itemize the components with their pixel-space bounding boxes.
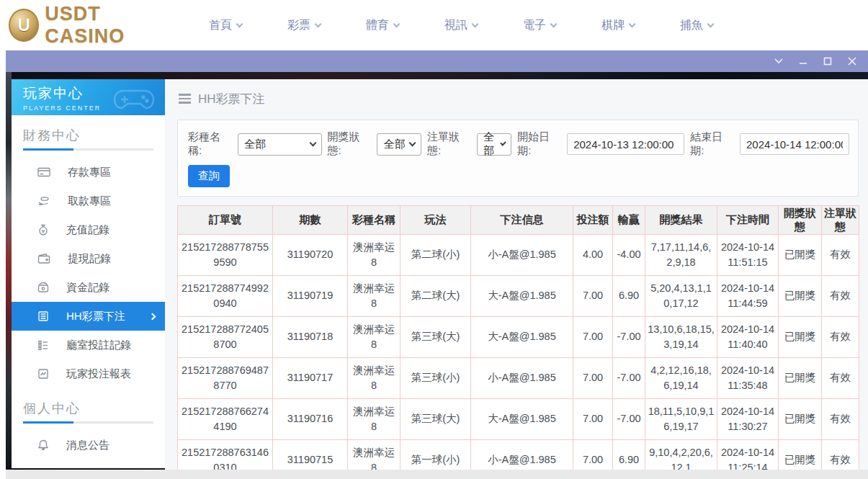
background-photo-strip <box>6 72 12 470</box>
ledger-icon <box>37 310 49 322</box>
chevron-down-icon <box>315 20 322 27</box>
table-cell: 4,2,12,16,18,6,19,14 <box>645 358 717 399</box>
purse-icon <box>37 282 49 293</box>
filter-panel: 彩種名稱: 全部 開獎狀態: 全部 注單狀態: 全部 開始日期: 結束日期: 查… <box>177 120 859 197</box>
table-cell: -7.00 <box>613 399 645 440</box>
table-cell: 2024-10-14 11:30:27 <box>717 399 779 440</box>
sidebar-item-player-bet-report[interactable]: 玩家投注報表 <box>12 359 165 388</box>
sidebar-item-funds-records[interactable]: 資金記錄 <box>12 273 165 302</box>
table-cell: 澳洲幸运8 <box>348 399 401 440</box>
chevron-down-icon <box>629 20 636 27</box>
table-cell: 已開獎 <box>779 358 822 399</box>
chevron-down-icon <box>550 20 558 27</box>
table-row: 215217288766274419031190716澳洲幸运8第三球(大)大-… <box>178 399 859 440</box>
column-header: 下注信息 <box>471 206 573 235</box>
wallet-icon <box>37 253 50 264</box>
table-cell: 第一球(小) <box>401 440 471 470</box>
table-cell: 2152172887694878770 <box>178 358 273 399</box>
nav-item-sports[interactable]: 體育 <box>366 18 399 33</box>
table-cell: 小-A盤@1.985 <box>471 440 573 470</box>
nav-item-fishing[interactable]: 捕魚 <box>680 18 713 33</box>
page-header: HH彩票下注 <box>165 79 868 118</box>
table-cell: 澳洲幸运8 <box>348 358 401 399</box>
report-icon <box>37 368 49 380</box>
table-row: 215217288769487877031190717澳洲幸运8第三球(小)小-… <box>178 358 859 399</box>
nav-item-video[interactable]: 視訊 <box>444 18 478 33</box>
table-cell: -7.00 <box>613 317 645 358</box>
table-cell: 大-A盤@1.985 <box>471 317 573 358</box>
moneybag-icon <box>37 224 49 236</box>
table-cell: 大-A盤@1.985 <box>471 276 573 317</box>
table-cell: 2024-10-14 11:40:40 <box>717 317 779 358</box>
table-cell: 7.00 <box>573 317 613 358</box>
chevron-down-icon <box>500 140 506 146</box>
sidebar-item-withdraw[interactable]: 取款專區 <box>12 187 165 215</box>
sidebar-item-room-bet-records[interactable]: 廳室投註記錄 <box>12 331 165 359</box>
window-close-button[interactable] <box>844 53 861 69</box>
column-header: 下注時間 <box>717 206 779 235</box>
sidebar-item-profile[interactable]: 個人資料 <box>12 460 165 468</box>
table-cell: 6.90 <box>613 276 645 317</box>
gamepad-icon <box>113 85 155 112</box>
sidebar-item-hh-lottery-bets[interactable]: HH彩票下注 <box>12 302 165 331</box>
end-date-input[interactable] <box>740 133 849 155</box>
column-header: 注單狀態 <box>822 206 859 235</box>
logo-coin-icon: U <box>9 9 39 42</box>
table-cell: 7.00 <box>573 276 613 317</box>
brand-logo[interactable]: U USDT CASINO <box>9 3 174 48</box>
table-cell: 31190716 <box>273 399 348 440</box>
minimize-icon <box>799 57 807 66</box>
section-divider <box>23 148 153 151</box>
table-cell: 已開獎 <box>779 399 822 440</box>
table-cell: 有效 <box>822 399 859 440</box>
start-date-input[interactable] <box>567 133 684 155</box>
table-cell: 已開獎 <box>779 317 822 358</box>
query-button[interactable]: 查詢 <box>188 165 230 187</box>
table-row: 215217288774992094031190719澳洲幸运8第二球(大)大-… <box>178 276 859 317</box>
table-cell: 7.00 <box>573 358 613 399</box>
main-content: HH彩票下注 彩種名稱: 全部 開獎狀態: 全部 注單狀態: 全部 開始日期: … <box>165 79 868 470</box>
table-row: 215217288763146031031190715澳洲幸运8第一球(小)小-… <box>178 440 859 470</box>
window-maximize-button[interactable] <box>819 53 836 69</box>
draw-status-select[interactable]: 全部 <box>377 133 421 156</box>
order-status-select[interactable]: 全部 <box>477 133 511 156</box>
table-cell: 2024-10-14 11:44:59 <box>717 276 779 317</box>
column-header: 開獎結果 <box>645 206 717 235</box>
table-cell: 7.00 <box>573 440 613 470</box>
sidebar-header: 玩家中心 PLAYERS CENTER <box>12 79 165 115</box>
player-center-sidebar: 玩家中心 PLAYERS CENTER 財務中心 存款專區 取款專區 充值記錄 … <box>12 79 165 468</box>
window-body: 玩家中心 PLAYERS CENTER 財務中心 存款專區 取款專區 充值記錄 … <box>6 72 868 479</box>
table-cell: 31190717 <box>273 358 348 399</box>
table-cell: 2024-10-14 11:51:15 <box>717 235 779 276</box>
sidebar-item-withdrawal-records[interactable]: 提現記錄 <box>12 244 165 273</box>
window-collapse-button[interactable] <box>770 53 787 69</box>
lottery-name-select[interactable]: 全部 <box>238 133 322 156</box>
table-cell: 澳洲幸运8 <box>348 440 401 470</box>
lottery-name-label: 彩種名稱: <box>188 130 232 158</box>
table-cell: 澳洲幸运8 <box>348 276 401 317</box>
nav-item-boardgames[interactable]: 棋牌 <box>601 18 635 33</box>
nav-item-lottery[interactable]: 彩票 <box>287 18 321 33</box>
section-title-personal: 個人中心 <box>23 400 165 417</box>
section-divider <box>23 421 153 424</box>
table-cell: -4.00 <box>613 235 645 276</box>
table-cell: -7.00 <box>613 358 645 399</box>
column-header: 玩法 <box>401 206 471 235</box>
nav-item-slots[interactable]: 電子 <box>523 18 556 33</box>
main-menu: 首頁 彩票 體育 視訊 電子 棋牌 捕魚 <box>209 18 713 33</box>
withdraw-hand-icon <box>37 195 50 207</box>
sidebar-item-deposit[interactable]: 存款專區 <box>12 158 165 187</box>
sidebar-item-announcements[interactable]: 消息公告 <box>12 431 165 460</box>
chevron-down-icon <box>707 20 715 27</box>
table-cell: 第三球(小) <box>401 358 471 399</box>
window-minimize-button[interactable] <box>795 53 812 69</box>
page-title: HH彩票下注 <box>198 91 265 107</box>
table-cell: 2152172887724058700 <box>178 317 273 358</box>
order-status-label: 注單狀態: <box>427 130 471 158</box>
nav-item-home[interactable]: 首頁 <box>209 18 242 33</box>
bets-table: 訂單號期數彩種名稱玩法下注信息投注額輸贏開獎結果下注時間開獎狀態注單狀態 215… <box>177 205 859 470</box>
hamburger-menu-icon[interactable] <box>179 94 191 104</box>
table-cell: 7.00 <box>573 399 613 440</box>
sidebar-item-recharge-records[interactable]: 充值記錄 <box>12 215 165 244</box>
start-date-label: 開始日期: <box>517 130 561 158</box>
